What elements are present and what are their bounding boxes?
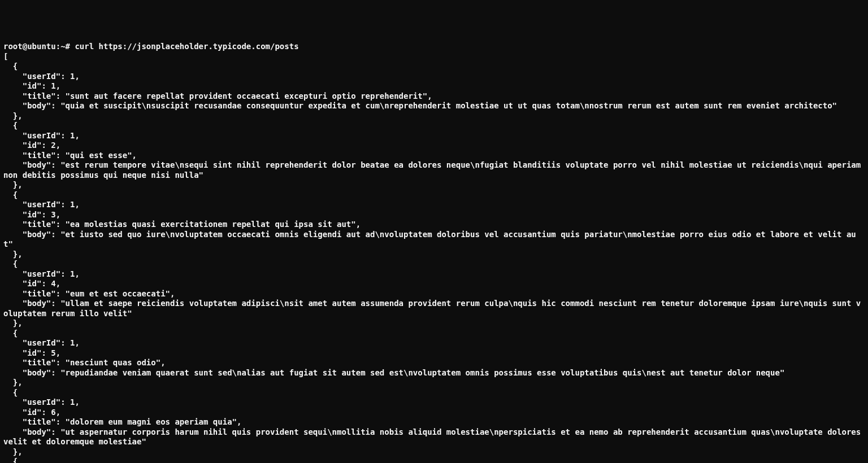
shell-prompt: root@ubuntu:~#	[3, 42, 75, 51]
json-output: [ { "userId": 1, "id": 1, "title": "sunt…	[3, 52, 866, 464]
shell-command[interactable]: curl https://jsonplaceholder.typicode.co…	[75, 42, 298, 51]
